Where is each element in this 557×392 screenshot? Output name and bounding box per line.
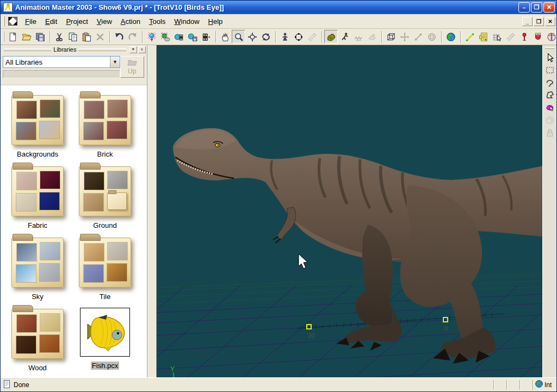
grid-snap-cursor-button[interactable] xyxy=(490,30,504,43)
skeletal-run-button[interactable] xyxy=(338,30,351,43)
viewport-birds-eye[interactable]: 200 xyxy=(157,45,542,377)
library-save-button[interactable] xyxy=(185,30,199,43)
polygon-lasso-icon xyxy=(545,90,555,100)
zoom-button[interactable] xyxy=(232,30,245,43)
menu-file[interactable]: File xyxy=(21,16,41,27)
library-item-sky[interactable]: Sky xyxy=(4,233,71,304)
dynamics-spring-button xyxy=(351,30,365,43)
folder-icon[interactable] xyxy=(79,166,131,216)
texture-swatch xyxy=(40,335,59,352)
library-item-ground[interactable]: Ground xyxy=(71,162,139,233)
scale-arrows-button xyxy=(411,30,425,43)
mdi-restore-button[interactable]: ❐ xyxy=(534,17,544,26)
minimize-button[interactable]: – xyxy=(518,2,530,13)
turn-button[interactable] xyxy=(259,30,273,43)
folder-icon[interactable] xyxy=(11,95,64,145)
lasso-tool-button[interactable] xyxy=(543,76,556,89)
toolbar-separator xyxy=(321,31,323,43)
rotoscope-face-button[interactable] xyxy=(544,30,556,43)
folder-icon[interactable] xyxy=(79,238,131,288)
filmstrip-play-button[interactable] xyxy=(199,30,213,43)
chevron-down-icon[interactable]: ▼ xyxy=(110,57,120,67)
path-line-button[interactable] xyxy=(463,30,476,43)
libraries-panel-header[interactable]: Libraries ▾ x xyxy=(1,45,147,54)
grid-snap-cursor-icon xyxy=(492,32,502,42)
open-project-button[interactable] xyxy=(20,30,33,43)
folder-icon[interactable] xyxy=(79,95,131,145)
toolbar-grip[interactable] xyxy=(3,32,4,42)
muscle-glove-button[interactable] xyxy=(324,30,338,43)
library-item-tile[interactable]: Tile xyxy=(71,233,139,304)
select-arrow-tool-button[interactable] xyxy=(543,51,556,64)
library-to-film-button[interactable] xyxy=(172,30,185,43)
menu-action[interactable]: Action xyxy=(116,16,145,27)
library-item-up-button[interactable] xyxy=(145,30,158,43)
library-filter-select[interactable]: All Libraries ▼ xyxy=(3,56,120,68)
rotoscope-face-icon xyxy=(547,32,556,42)
character-button[interactable] xyxy=(278,30,292,43)
new-document-button[interactable] xyxy=(6,30,20,43)
close-button[interactable]: ✕ xyxy=(543,2,555,13)
menu-edit[interactable]: Edit xyxy=(41,16,61,27)
panel-splitter[interactable] xyxy=(147,45,157,377)
bone-icon xyxy=(307,32,317,42)
folder-icon[interactable] xyxy=(11,238,64,288)
menubar-grip[interactable] xyxy=(3,16,5,27)
trex-model[interactable] xyxy=(173,128,542,364)
polygon-lasso-tool-button[interactable] xyxy=(543,89,556,101)
zoom-fit-button[interactable] xyxy=(245,30,259,43)
cut-button[interactable] xyxy=(52,30,66,43)
toolbar-group xyxy=(324,30,379,43)
toolbar-separator xyxy=(142,31,143,43)
folder-icon[interactable] xyxy=(11,166,64,216)
marquee-rect-tool-button[interactable] xyxy=(543,64,556,76)
toolstrip-grip[interactable] xyxy=(545,47,555,49)
library-add-button[interactable] xyxy=(158,30,172,43)
save-all-button[interactable] xyxy=(33,30,47,43)
panel-close-button[interactable]: x xyxy=(138,46,146,53)
wireframe-cube-button[interactable] xyxy=(384,30,398,43)
earth-button[interactable] xyxy=(444,30,457,43)
panel-rollup-button[interactable]: ▾ xyxy=(129,46,137,53)
texture-swatch xyxy=(16,194,36,211)
texture-swatch xyxy=(16,265,36,282)
menu-view[interactable]: View xyxy=(92,16,116,27)
menu-tools[interactable]: Tools xyxy=(145,16,170,27)
undo-button[interactable] xyxy=(112,30,126,43)
library-item-label: Fish.pcx xyxy=(91,362,119,370)
folder-icon[interactable] xyxy=(11,309,64,359)
menu-window[interactable]: Window xyxy=(170,16,203,27)
measure-ruler-icon xyxy=(506,32,516,42)
earth-icon xyxy=(446,32,456,42)
skeletal-run-icon xyxy=(340,32,350,42)
image-thumbnail[interactable] xyxy=(80,308,130,357)
library-item-brick[interactable]: Brick xyxy=(71,91,139,162)
texture-swatch xyxy=(40,171,60,189)
pan-hand-button[interactable] xyxy=(218,30,232,43)
menu-project[interactable]: Project xyxy=(61,16,92,27)
library-item-backgrounds[interactable]: Backgrounds xyxy=(4,91,71,162)
library-item-fabric[interactable]: Fabric xyxy=(4,162,71,233)
library-item-fish-pcx[interactable]: Fish.pcx xyxy=(71,304,139,376)
library-up-button[interactable]: Up xyxy=(120,56,144,78)
library-path-bar xyxy=(3,70,120,78)
texture-swatch xyxy=(40,192,59,210)
copy-button[interactable] xyxy=(66,30,79,43)
wire-globe-icon xyxy=(427,32,437,42)
library-item-label: Ground xyxy=(93,221,116,229)
model-sphere-button[interactable] xyxy=(292,30,305,43)
group-wand-tool-button[interactable] xyxy=(543,101,556,114)
toolbar-separator xyxy=(109,31,110,43)
menu-items: FileEditProjectViewActionToolsWindowHelp xyxy=(21,16,227,26)
magnet-button[interactable] xyxy=(531,30,544,43)
restore-button[interactable]: ❐ xyxy=(531,2,542,13)
key-panel-button[interactable] xyxy=(476,30,490,43)
menu-help[interactable]: Help xyxy=(204,16,227,27)
toolbar-separator xyxy=(49,31,51,43)
mdi-close-button[interactable]: ✕ xyxy=(545,17,555,26)
paste-button[interactable] xyxy=(79,30,93,43)
keyframe-marker[interactable] xyxy=(307,325,311,329)
library-item-wood[interactable]: Wood xyxy=(4,304,71,376)
mdi-minimize-button[interactable]: _ xyxy=(522,17,533,26)
red-pin-button[interactable] xyxy=(517,30,531,43)
